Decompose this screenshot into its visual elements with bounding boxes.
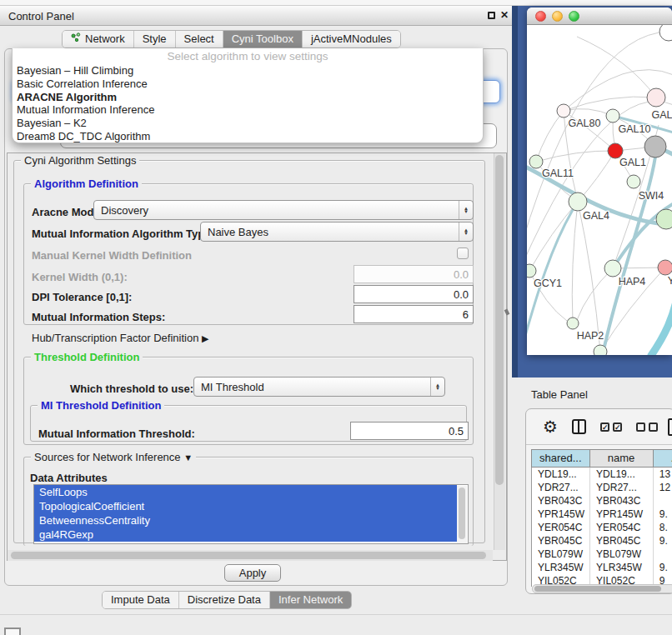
threshold-definition-title: Threshold Definition [31, 351, 143, 363]
network-edge[interactable] [578, 202, 600, 352]
network-edge[interactable] [536, 111, 564, 162]
network-node-gcy1[interactable] [527, 264, 536, 278]
bottom-tab-impute-data[interactable]: Impute Data [103, 592, 178, 608]
tab-network[interactable]: Network [63, 31, 133, 48]
algorithm-option-mutual-information-inference[interactable]: Mutual Information Inference [13, 103, 483, 117]
table-cell: YER054C [590, 521, 654, 534]
algorithm-option-bayesian-k2[interactable]: Bayesian – K2 [13, 117, 483, 130]
algorithm-option-aracne-algorithm[interactable]: ARACNE Algorithm [13, 91, 483, 104]
network-node-label-gcy1: GCY1 [534, 278, 562, 289]
expanded-arrow-icon: ▼ [183, 452, 193, 462]
minimize-window-icon[interactable] [552, 11, 563, 22]
sources-group-title[interactable]: Sources for Network Inference ▼ [31, 451, 196, 463]
table-row[interactable]: YER054CYER054C8. [532, 521, 672, 534]
table-cell: YBR045C [532, 534, 590, 548]
table-row[interactable]: YBL079WYBL079W [532, 548, 672, 561]
network-edge[interactable] [650, 293, 672, 355]
attribute-item-betweennesscentrality[interactable]: BetweennessCentrality [34, 513, 457, 528]
tab-cyni-toolbox[interactable]: Cyni Toolbox [223, 31, 302, 48]
table-horizontal-scrollbar-thumb[interactable] [534, 586, 661, 592]
hub-section-toggle[interactable]: Hub/Transcription Factor Definition ▶ [32, 332, 208, 344]
bottom-tab-discretize-data[interactable]: Discretize Data [178, 592, 269, 608]
manual-kernel-checkbox[interactable] [457, 248, 469, 259]
table-panel-title: Table Panel [531, 388, 588, 401]
column-header-name[interactable]: name [590, 449, 654, 468]
network-node-label-gal: GAL [651, 109, 672, 121]
network-view-window: GALGAL80GAL10GAL1GAL11SWI4GAL4GCY1HAP4YH… [527, 8, 672, 355]
network-node-hap2[interactable] [567, 318, 579, 329]
settings-horizontal-scrollbar-thumb[interactable] [11, 552, 486, 559]
aracne-mode-combobox[interactable]: Discovery ▲▼ [93, 200, 474, 220]
mi-type-combobox[interactable]: Naive Bayes ▲▼ [200, 222, 474, 242]
column-header-a[interactable]: A [654, 449, 672, 468]
apply-button[interactable]: Apply [224, 564, 281, 582]
table-horizontal-scrollbar[interactable] [532, 584, 672, 593]
attribute-item-selfloops[interactable]: SelfLoops [34, 485, 457, 499]
network-node-swi4[interactable] [627, 175, 640, 188]
tab-style[interactable]: Style [133, 31, 175, 48]
checked-boxes-icon[interactable]: ✓✓ [600, 422, 622, 432]
network-edge[interactable] [577, 37, 656, 98]
unchecked-boxes-icon[interactable] [636, 422, 658, 432]
mi-steps-field[interactable]: 6 [354, 305, 474, 323]
table-row[interactable]: YBR043CYBR043C [532, 494, 672, 508]
document-icon[interactable] [668, 418, 672, 436]
split-columns-icon[interactable] [572, 419, 586, 434]
close-window-icon[interactable] [535, 11, 546, 22]
network-node-gal[interactable] [647, 88, 665, 107]
network-node[interactable] [594, 345, 607, 355]
data-attributes-items: SelfLoopsTopologicalCoefficientBetweenne… [34, 485, 468, 542]
network-node-gal4[interactable] [569, 192, 587, 211]
network-node-gal10[interactable] [606, 109, 619, 122]
algorithm-option-dream8-dc-tdc-algorithm[interactable]: Dream8 DC_TDC Algorithm [13, 130, 483, 143]
tab-jactivemnodules[interactable]: jActiveMNodules [302, 31, 400, 48]
status-bar-divider [0, 614, 672, 615]
sources-title-text: Sources for Network Inference [34, 451, 181, 463]
zoom-window-icon[interactable] [569, 11, 579, 22]
dpi-tolerance-field[interactable]: 0.0 [354, 285, 474, 303]
which-threshold-combobox[interactable]: MI Threshold ▲▼ [193, 377, 445, 397]
algorithm-option-bayesian-hill-climbing[interactable]: Bayesian – Hill Climbing [13, 64, 483, 78]
network-node-gal11[interactable] [529, 155, 543, 168]
algorithm-dropdown-items: Bayesian – Hill ClimbingBasic Correlatio… [13, 64, 483, 143]
network-edge[interactable] [536, 151, 615, 162]
attribute-item-topologicalcoefficient[interactable]: TopologicalCoefficient [34, 499, 457, 513]
attributes-scrollbar[interactable] [457, 486, 467, 544]
close-icon[interactable]: ✕ [500, 9, 509, 21]
network-node[interactable] [659, 25, 672, 41]
bottom-tab-infer-network[interactable]: Infer Network [269, 592, 351, 608]
control-panel-tabs: NetworkStyleSelectCyni ToolboxjActiveMNo… [62, 30, 401, 48]
network-node[interactable] [644, 136, 666, 158]
control-panel-bottom-tabs: Impute DataDiscretize DataInfer Network [102, 591, 352, 609]
table-row[interactable]: YDR27...YDR27...12 [532, 481, 672, 494]
network-node-hap4[interactable] [604, 260, 621, 277]
tab-select-label: Select [184, 31, 214, 48]
column-header-shared-[interactable]: shared... [531, 449, 590, 468]
float-window-icon[interactable] [488, 12, 495, 19]
table-row[interactable]: YDL19...YDL19...13 [532, 468, 672, 481]
gear-icon[interactable]: ⚙ [543, 418, 558, 435]
network-node[interactable] [656, 209, 672, 229]
network-edge[interactable] [572, 202, 578, 323]
table-row[interactable]: YBR045CYBR045C9. [532, 534, 672, 548]
network-graph[interactable]: GALGAL80GAL10GAL1GAL11SWI4GAL4GCY1HAP4YH… [527, 25, 672, 355]
minimized-panel-icon[interactable] [4, 628, 21, 635]
settings-vertical-scrollbar-thumb[interactable] [495, 155, 504, 485]
table-cell: YBR043C [590, 494, 654, 508]
mi-threshold-field[interactable]: 0.5 [350, 422, 469, 440]
table-row[interactable]: YLR345WYLR345W9. [532, 561, 672, 574]
network-edge[interactable] [577, 268, 613, 320]
network-node-y[interactable] [658, 260, 672, 275]
network-window-titlebar[interactable] [527, 8, 672, 25]
network-edge[interactable] [564, 109, 613, 116]
network-node-gal80[interactable] [557, 104, 570, 118]
attributes-scrollbar-thumb[interactable] [459, 488, 465, 539]
bottom-tab-infer-network-label: Infer Network [278, 592, 343, 608]
algorithm-option-basic-correlation-inference[interactable]: Basic Correlation Inference [13, 78, 483, 91]
kernel-width-field[interactable]: 0.0 [354, 265, 474, 283]
tab-select[interactable]: Select [175, 31, 223, 48]
table-cell: YBL079W [590, 548, 654, 561]
attribute-item-gal4rgexp[interactable]: gal4RGexp [34, 528, 457, 542]
table-row[interactable]: YPR145WYPR145W9. [532, 508, 672, 521]
data-attributes-list: SelfLoopsTopologicalCoefficientBetweenne… [33, 484, 469, 544]
